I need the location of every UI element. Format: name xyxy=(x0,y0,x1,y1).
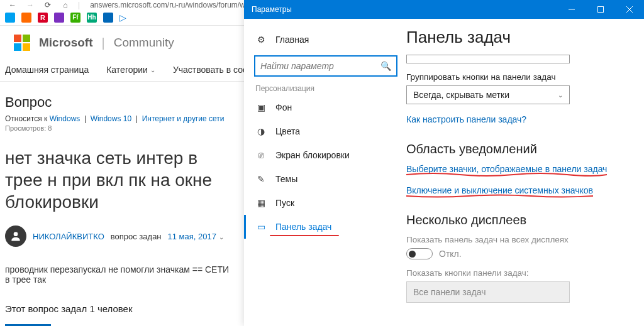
nav-home[interactable]: ⚙ Главная xyxy=(253,28,399,52)
link-internet[interactable]: Интернет и другие сети xyxy=(142,114,225,123)
maximize-button[interactable] xyxy=(586,0,615,19)
author-link[interactable]: НИКОЛАЙКВИТКО xyxy=(33,232,104,241)
dropdown-cut[interactable] xyxy=(406,55,570,63)
bookmark-icon[interactable] xyxy=(103,13,113,23)
link-windows10[interactable]: Windows 10 xyxy=(91,114,131,123)
nav-themes[interactable]: ✎Темы xyxy=(253,167,399,191)
bookmark-icon[interactable]: ▷ xyxy=(119,13,126,23)
lock-icon: ⎚ xyxy=(255,150,267,160)
show-buttons-label: Показать кнопки панели задач: xyxy=(406,268,630,278)
bookmark-icon[interactable] xyxy=(54,13,64,23)
settings-window: Параметры ⚙ Главная 🔍 Персонализация ▣Фо… xyxy=(244,0,644,326)
system-icons-link[interactable]: Включение и выключение системных значков xyxy=(406,185,593,195)
view-count: Просмотров: 8 xyxy=(5,124,234,132)
svg-rect-1 xyxy=(598,7,604,13)
nav-taskbar[interactable]: ▭Панель задач xyxy=(244,215,399,239)
bookmark-icon[interactable]: R xyxy=(38,13,48,23)
question-author: НИКОЛАЙКВИТКО вопрос задан 11 мая, 2017 … xyxy=(5,225,234,247)
address-bar[interactable]: answers.microsoft.com/ru-ru/windows/foru… xyxy=(90,1,245,9)
titlebar[interactable]: Параметры xyxy=(244,0,644,19)
nav-colors[interactable]: ◑Цвета xyxy=(253,119,399,143)
window-controls xyxy=(557,0,644,19)
minimize-button[interactable] xyxy=(557,0,586,19)
svg-point-0 xyxy=(14,232,18,236)
multi-label: Показать панель задач на всех дисплеях xyxy=(406,235,630,244)
page-title: Панель задач xyxy=(406,28,630,47)
group-label: Группировать кнопки на панели задач xyxy=(406,72,630,82)
link-windows[interactable]: Windows xyxy=(50,114,80,123)
community-text[interactable]: Community xyxy=(114,36,174,50)
microsoft-logo-icon xyxy=(14,35,30,51)
picture-icon: ▣ xyxy=(255,102,267,112)
search-input[interactable]: 🔍 xyxy=(254,55,397,77)
multi-display-toggle[interactable]: Откл. xyxy=(406,248,630,259)
settings-content: Панель задач Группировать кнопки на пане… xyxy=(406,19,644,326)
nav-section-label: Персонализация xyxy=(255,84,399,93)
asked-by-count: Этот вопрос задал 1 человек xyxy=(5,303,234,314)
question-label: Вопрос xyxy=(5,94,234,111)
notification-area-title: Область уведомлений xyxy=(406,142,630,156)
bookmark-icon[interactable]: Ff xyxy=(70,13,80,23)
question-meta: Относится к Windows | Windows 10 | Интер… xyxy=(5,114,234,123)
question-content: Вопрос Относится к Windows | Windows 10 … xyxy=(0,82,239,326)
all-panels-dropdown: Все панели задач xyxy=(406,281,570,303)
window-title: Параметры xyxy=(252,5,292,14)
multi-display-title: Несколько дисплеев xyxy=(406,213,630,227)
refresh-icon[interactable]: ⟳ xyxy=(43,0,53,10)
nav-start[interactable]: ▦Пуск xyxy=(253,191,399,215)
bookmark-icon[interactable]: Hh xyxy=(87,13,97,23)
avatar-icon xyxy=(5,225,26,247)
start-icon: ▦ xyxy=(255,198,267,208)
chevron-down-icon: ⌄ xyxy=(219,234,224,241)
forward-icon[interactable]: → xyxy=(25,0,35,10)
search-field[interactable] xyxy=(260,61,380,71)
bookmark-icon[interactable] xyxy=(5,13,15,23)
back-icon[interactable]: ← xyxy=(8,0,18,10)
question-body: проводник перезапускал не помогли значка… xyxy=(5,264,234,285)
close-button[interactable] xyxy=(615,0,644,19)
nav-background[interactable]: ▣Фон xyxy=(253,95,399,119)
bookmark-icon[interactable] xyxy=(21,13,31,23)
gear-icon: ⚙ xyxy=(255,35,267,45)
chevron-down-icon: ⌄ xyxy=(558,92,563,99)
chevron-down-icon: ⌄ xyxy=(150,67,155,73)
nav-home[interactable]: Домашняя страница xyxy=(5,65,89,75)
palette-icon: ◑ xyxy=(255,126,267,136)
home-icon[interactable]: ⌂ xyxy=(60,0,70,10)
post-date[interactable]: 11 мая, 2017 ⌄ xyxy=(168,232,224,241)
nav-categories[interactable]: Категории⌄ xyxy=(106,65,155,75)
group-dropdown[interactable]: Всегда, скрывать метки⌄ xyxy=(406,85,570,104)
howto-link[interactable]: Как настроить панели задач? xyxy=(406,114,526,124)
taskbar-icon: ▭ xyxy=(255,222,267,232)
settings-nav: ⚙ Главная 🔍 Персонализация ▣Фон ◑Цвета ⎚… xyxy=(244,19,406,326)
brand-text: Microsoft xyxy=(39,36,93,50)
question-title: нет значка сеть интер в трее н при вкл п… xyxy=(5,147,234,213)
select-icons-link[interactable]: Выберите значки, отображаемые в панели з… xyxy=(406,164,607,174)
nav-lockscreen[interactable]: ⎚Экран блокировки xyxy=(253,143,399,167)
search-icon: 🔍 xyxy=(380,61,391,71)
brush-icon: ✎ xyxy=(255,174,267,184)
